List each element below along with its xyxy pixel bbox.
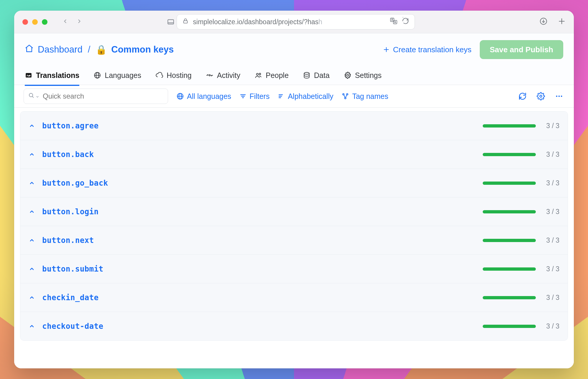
translation-key-name: button.submit bbox=[42, 264, 103, 273]
tag-mode-button[interactable]: Tag names bbox=[341, 92, 388, 101]
svg-point-38 bbox=[561, 96, 562, 97]
tab-label: Languages bbox=[105, 71, 141, 80]
progress-bar bbox=[483, 267, 536, 271]
tab-hosting[interactable]: Hosting bbox=[155, 66, 192, 85]
progress-bar bbox=[483, 153, 536, 156]
back-button[interactable] bbox=[62, 18, 68, 25]
tab-label: Data bbox=[314, 71, 330, 80]
chevron-down-icon bbox=[36, 92, 39, 100]
forward-button[interactable] bbox=[76, 18, 82, 25]
progress-ratio: 3 / 3 bbox=[542, 122, 559, 130]
translation-key-name: button.next bbox=[42, 236, 94, 245]
window-minimize-button[interactable] bbox=[32, 19, 38, 25]
progress-ratio: 3 / 3 bbox=[542, 265, 559, 273]
address-wrap: simplelocalize.io/dashboard/projects/?ha… bbox=[165, 14, 415, 30]
svg-text:A⇄: A⇄ bbox=[27, 74, 31, 77]
expand-caret-icon[interactable] bbox=[29, 180, 35, 186]
filters-label: Filters bbox=[249, 92, 270, 101]
translation-key-row[interactable]: button.go_back3 / 3 bbox=[20, 169, 568, 197]
breadcrumb: Dashboard / 🔒 Common keys bbox=[25, 44, 174, 55]
address-bar[interactable]: simplelocalize.io/dashboard/projects/?ha… bbox=[177, 14, 415, 30]
tab-languages[interactable]: Languages bbox=[93, 66, 141, 85]
svg-rect-0 bbox=[168, 19, 174, 24]
row-progress: 3 / 3 bbox=[483, 294, 559, 302]
filters-button[interactable]: Filters bbox=[239, 92, 270, 101]
all-languages-filter[interactable]: All languages bbox=[176, 92, 231, 101]
translation-key-row[interactable]: button.login3 / 3 bbox=[20, 197, 568, 226]
more-menu-icon[interactable] bbox=[555, 92, 563, 100]
tab-label: Activity bbox=[217, 71, 240, 80]
tab-data[interactable]: Data bbox=[303, 66, 330, 85]
browser-nav bbox=[62, 18, 82, 25]
save-and-publish-button[interactable]: Save and Publish bbox=[480, 40, 563, 59]
progress-bar bbox=[483, 239, 536, 242]
lock-icon bbox=[182, 18, 189, 26]
translate-icon[interactable] bbox=[390, 17, 398, 27]
svg-rect-2 bbox=[184, 21, 188, 23]
new-tab-icon[interactable] bbox=[558, 17, 566, 26]
row-progress: 3 / 3 bbox=[483, 265, 559, 273]
project-tabs: A⇄TranslationsLanguagesHostingActivityPe… bbox=[14, 66, 574, 85]
translation-key-row[interactable]: button.submit3 / 3 bbox=[20, 255, 568, 283]
translation-key-row[interactable]: checkout-date3 / 3 bbox=[20, 312, 568, 340]
tab-label: Translations bbox=[36, 71, 79, 80]
translation-key-row[interactable]: button.back3 / 3 bbox=[20, 140, 568, 169]
expand-caret-icon[interactable] bbox=[29, 237, 35, 243]
breadcrumb-dashboard[interactable]: Dashboard bbox=[38, 44, 83, 55]
expand-caret-icon[interactable] bbox=[29, 151, 35, 157]
progress-ratio: 3 / 3 bbox=[542, 236, 559, 244]
url-text: simplelocalize.io/dashboard/projects/?ha… bbox=[193, 18, 386, 26]
translation-key-row[interactable]: button.agree3 / 3 bbox=[20, 112, 568, 140]
svg-point-37 bbox=[559, 96, 560, 97]
project-emoji: 🔒 bbox=[96, 44, 107, 55]
create-translation-keys-button[interactable]: Create translation keys bbox=[383, 45, 472, 54]
progress-ratio: 3 / 3 bbox=[542, 151, 559, 159]
settings-icon[interactable] bbox=[537, 92, 545, 100]
progress-ratio: 3 / 3 bbox=[542, 294, 559, 302]
project-name[interactable]: Common keys bbox=[111, 44, 174, 55]
svg-point-16 bbox=[209, 75, 210, 76]
refresh-button[interactable] bbox=[518, 92, 527, 100]
translation-key-name: button.login bbox=[42, 207, 98, 216]
search-input[interactable] bbox=[42, 92, 164, 101]
browser-window: simplelocalize.io/dashboard/projects/?ha… bbox=[14, 11, 574, 368]
window-zoom-button[interactable] bbox=[42, 19, 47, 25]
progress-ratio: 3 / 3 bbox=[542, 208, 559, 216]
tab-activity[interactable]: Activity bbox=[206, 66, 240, 85]
search-icon bbox=[28, 92, 35, 100]
downloads-icon[interactable] bbox=[540, 17, 547, 26]
translation-key-name: button.agree bbox=[42, 121, 98, 130]
row-progress: 3 / 3 bbox=[483, 236, 559, 244]
expand-caret-icon[interactable] bbox=[29, 323, 35, 329]
tab-settings[interactable]: Settings bbox=[344, 66, 382, 85]
sort-button[interactable]: Alphabetically bbox=[278, 92, 333, 101]
tab-translations[interactable]: A⇄Translations bbox=[25, 65, 79, 86]
tab-label: Hosting bbox=[167, 71, 192, 80]
translation-key-row[interactable]: checkin_date3 / 3 bbox=[20, 283, 568, 312]
expand-caret-icon[interactable] bbox=[29, 123, 35, 129]
tag-mode-label: Tag names bbox=[352, 92, 388, 101]
header-actions: Create translation keys Save and Publish bbox=[383, 40, 563, 59]
home-icon[interactable] bbox=[25, 44, 34, 55]
progress-bar bbox=[483, 124, 536, 128]
window-close-button[interactable] bbox=[22, 19, 28, 25]
quick-search[interactable] bbox=[24, 89, 168, 104]
sidebar-toggle-icon[interactable] bbox=[165, 16, 177, 28]
expand-caret-icon[interactable] bbox=[29, 266, 35, 272]
tab-people[interactable]: People bbox=[254, 66, 289, 85]
translation-key-list: button.agree3 / 3button.back3 / 3button.… bbox=[14, 108, 574, 368]
row-progress: 3 / 3 bbox=[483, 208, 559, 216]
row-progress: 3 / 3 bbox=[483, 122, 559, 130]
svg-point-18 bbox=[259, 73, 261, 75]
progress-bar bbox=[483, 182, 536, 185]
reload-icon[interactable] bbox=[402, 17, 409, 27]
breadcrumb-separator: / bbox=[88, 44, 91, 55]
list-toolbar: All languages Filters Alphabetically Tag… bbox=[14, 85, 574, 108]
translation-key-row[interactable]: button.next3 / 3 bbox=[20, 226, 568, 255]
translation-key-name: checkin_date bbox=[42, 293, 98, 302]
expand-caret-icon[interactable] bbox=[29, 295, 35, 300]
progress-ratio: 3 / 3 bbox=[542, 179, 559, 187]
sort-label: Alphabetically bbox=[288, 92, 333, 101]
all-languages-label: All languages bbox=[187, 92, 231, 101]
expand-caret-icon[interactable] bbox=[29, 209, 35, 215]
